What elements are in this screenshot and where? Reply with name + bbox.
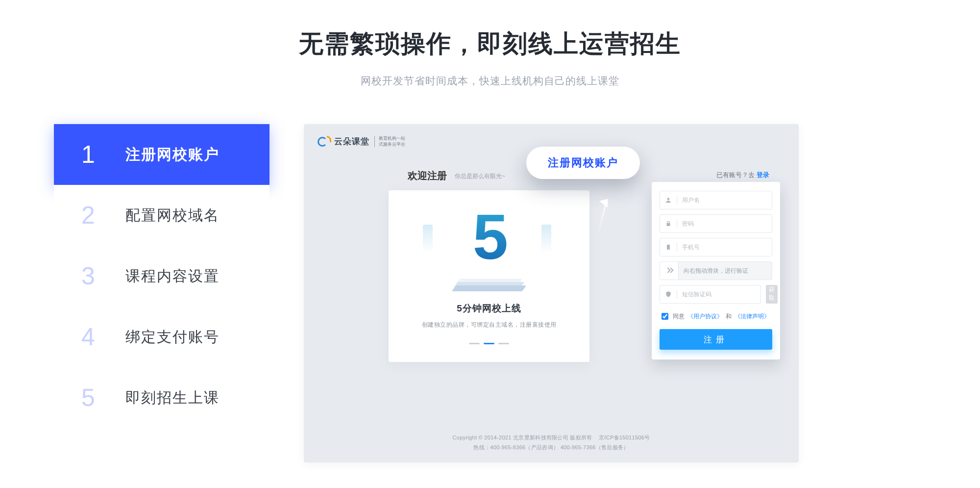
page-title: 无需繁琐操作，即刻线上运营招生 — [0, 0, 980, 60]
step-label: 配置网校域名 — [125, 205, 220, 226]
logo-text: 云朵课堂 — [334, 136, 369, 147]
logo-icon — [318, 137, 331, 147]
promo-bar-left-icon — [423, 225, 433, 253]
preview-wrap: 云朵课堂 教育机构一站 式服务云平台 欢迎注册 你总是那么有眼光~ 已有账号？去… — [304, 124, 931, 462]
logo-subtitle: 教育机构一站 式服务云平台 — [374, 136, 405, 147]
step-label: 绑定支付账号 — [125, 327, 220, 347]
username-input[interactable] — [681, 196, 768, 204]
step-number: 5 — [81, 384, 125, 412]
captcha-slider[interactable]: 向右拖动滑块，进行验证 — [660, 261, 772, 280]
promo-stack-icon — [455, 281, 523, 291]
step-label: 注册网校账户 — [125, 145, 220, 165]
lock-icon — [664, 219, 673, 228]
promo-glyph: 5 — [452, 205, 526, 269]
agree-row[interactable]: 同意 《用户协议》 和 《法律声明》 — [660, 311, 772, 321]
step-bind-payment[interactable]: 4 绑定支付账号 — [54, 307, 270, 367]
step-number: 1 — [81, 140, 125, 169]
sms-input[interactable] — [681, 290, 757, 298]
agree-prefix: 同意 — [673, 312, 685, 321]
pointer-arrow-icon — [588, 183, 620, 236]
promo-bar-right-icon — [541, 225, 551, 253]
footer-icp: 京ICP备15011506号 — [599, 435, 650, 440]
tooltip-bubble: 注册网校账户 — [526, 147, 640, 179]
legal-statement-link[interactable]: 《法律声明》 — [735, 312, 770, 321]
promo-title: 5分钟网校上线 — [457, 302, 521, 315]
step-configure-domain[interactable]: 2 配置网校域名 — [54, 185, 270, 246]
promo-desc: 创建独立的品牌，可绑定自主域名，注册直接使用 — [422, 321, 557, 329]
svg-point-2 — [668, 249, 668, 249]
promo-illustration: 5 — [452, 205, 526, 287]
shield-icon — [664, 290, 673, 299]
agree-checkbox[interactable] — [662, 313, 668, 320]
svg-point-0 — [667, 198, 670, 200]
agree-and: 和 — [726, 312, 732, 321]
step-course-content[interactable]: 3 课程内容设置 — [54, 246, 270, 307]
footer-copyright: Copyright © 2014-2021 北京昱新科技有限公司 版权所有 — [452, 435, 592, 440]
welcome-subtitle: 你总是那么有眼光~ — [455, 172, 505, 180]
step-register-account[interactable]: 1 注册网校账户 — [54, 124, 270, 185]
step-label: 即刻招生上课 — [125, 388, 220, 408]
slider-grip-icon[interactable] — [660, 262, 679, 280]
preview-header: 云朵课堂 教育机构一站 式服务云平台 — [318, 136, 405, 147]
step-list: 1 注册网校账户 2 配置网校域名 3 课程内容设置 4 绑定支付账号 5 即刻… — [54, 124, 270, 428]
step-start-enroll[interactable]: 5 即刻招生上课 — [54, 367, 270, 428]
step-label: 课程内容设置 — [125, 266, 220, 286]
main-row: 1 注册网校账户 2 配置网校域名 3 课程内容设置 4 绑定支付账号 5 即刻… — [0, 124, 980, 462]
user-agreement-link[interactable]: 《用户协议》 — [687, 312, 723, 321]
step-number: 2 — [81, 201, 125, 230]
phone-input[interactable] — [681, 243, 768, 251]
username-field-wrap[interactable] — [660, 191, 772, 209]
have-account-text: 已有账号？去 登录 — [716, 171, 769, 180]
phone-icon — [664, 243, 673, 252]
slider-hint: 向右拖动滑块，进行验证 — [679, 267, 772, 275]
logo-sub-line1: 教育机构一站 — [379, 136, 405, 141]
preview-panel: 云朵课堂 教育机构一站 式服务云平台 欢迎注册 你总是那么有眼光~ 已有账号？去… — [304, 124, 799, 462]
password-input[interactable] — [681, 220, 768, 228]
page-subtitle: 网校开发节省时间成本，快速上线机构自己的线上课堂 — [0, 74, 980, 88]
sms-field-wrap[interactable] — [660, 285, 761, 304]
password-field-wrap[interactable] — [660, 214, 772, 233]
step-number: 4 — [81, 323, 125, 351]
carousel-dots[interactable] — [469, 343, 509, 344]
have-account-prefix: 已有账号？去 — [716, 171, 755, 179]
phone-field-wrap[interactable] — [660, 238, 772, 257]
get-code-button[interactable]: 获取验证码 — [766, 285, 778, 304]
step-number: 3 — [81, 262, 125, 290]
register-form: 向右拖动滑块，进行验证 获取验证码 同意 《用户协议》 — [652, 182, 780, 360]
promo-card: 5 5分钟网校上线 创建独立的品牌，可绑定自主域名，注册直接使用 — [389, 190, 589, 362]
logo-sub-line2: 式服务云平台 — [379, 142, 405, 147]
welcome-title: 欢迎注册 — [408, 169, 447, 182]
register-button[interactable]: 注册 — [660, 329, 772, 350]
user-icon — [664, 196, 673, 205]
login-link[interactable]: 登录 — [757, 171, 769, 179]
footer-hotline: 热线：400-965-8366（产品咨询） 400-965-7366（售后服务） — [304, 443, 799, 453]
preview-footer: Copyright © 2014-2021 北京昱新科技有限公司 版权所有 京I… — [304, 433, 799, 453]
